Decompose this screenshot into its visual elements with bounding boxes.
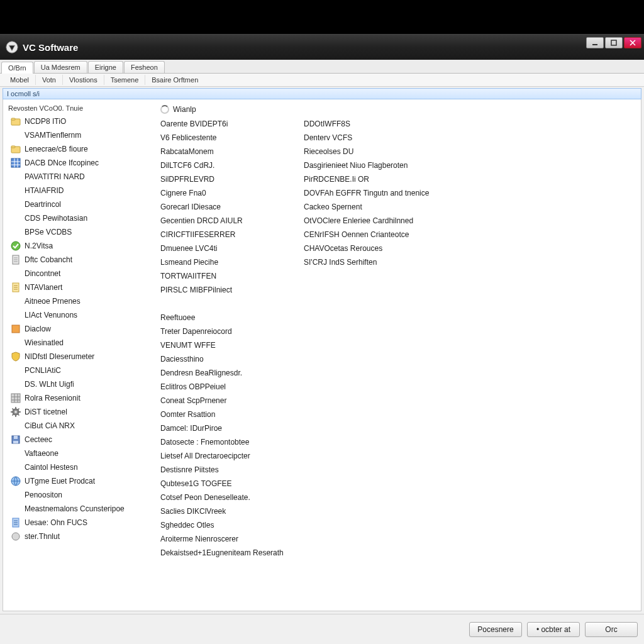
module-3[interactable]: Tsemene: [104, 75, 146, 85]
tree-item[interactable]: CDS Pewihotasian: [8, 211, 147, 225]
mid-item[interactable]: Gorecarl IDiesace: [158, 200, 290, 214]
tree-item-label: PCNLIAtiC: [25, 366, 61, 375]
tree-item[interactable]: Meastnemalons Ccunsteripoe: [8, 502, 147, 516]
tree-item-label: HTAIAFRID: [25, 186, 64, 195]
tree-item[interactable]: UTgme Euet Prodcat: [8, 474, 147, 488]
tab-3[interactable]: Fesheon: [124, 61, 165, 73]
mid-item[interactable]: Saclies DIKClVreek: [158, 504, 290, 518]
mid-item[interactable]: Dekaistsed+1Eugneniteam Reserath: [158, 546, 290, 560]
tree-list: NCDP8 ITiOVSAMTienflernmLenecrae/cB fiou…: [8, 114, 147, 543]
close-button[interactable]: [624, 37, 641, 48]
tab-1[interactable]: Ua Mdesrem: [34, 61, 87, 73]
tree-item[interactable]: Rolra Resenionit: [8, 391, 147, 405]
mid-item[interactable]: Dendresn BeaRlignesdr.: [158, 366, 290, 380]
tree-item[interactable]: Wiesinatled: [8, 336, 147, 350]
tree-item[interactable]: Aitneoe Prnenes: [8, 294, 147, 308]
mid-item[interactable]: Dmuenee LVC4ti: [158, 242, 290, 255]
right-item[interactable]: CHAVOcetas Rerouces: [301, 242, 477, 255]
mid-item[interactable]: CIRICFTIIFESERRER: [158, 228, 290, 242]
mid-item[interactable]: Cotsef Peon Deneselleate.: [158, 491, 290, 504]
mid-item[interactable]: TORTWAIITFEN: [158, 269, 290, 283]
tab-0[interactable]: O/Brn: [1, 62, 33, 74]
module-2[interactable]: Vlostions: [63, 75, 104, 85]
mid-item[interactable]: Daciessthino: [158, 352, 290, 366]
right-item[interactable]: OtVOClere Enleriee Cardhilnned: [301, 214, 477, 228]
module-bar: Mobel Votn Vlostions Tsemene Bsaire Orft…: [0, 74, 644, 87]
tree-item[interactable]: HTAIAFRID: [8, 184, 147, 197]
tree-item[interactable]: VSAMTienflernm: [8, 128, 147, 142]
tree-item[interactable]: LIAct Venunons: [8, 308, 147, 322]
tree-item[interactable]: NCDP8 ITiO: [8, 114, 147, 128]
tree-item[interactable]: NIDfstl Dleserumeter: [8, 350, 147, 364]
mid-item[interactable]: Datosecte : Fnemontobtee: [158, 435, 290, 449]
mid-item[interactable]: Sgheddec Otles: [158, 518, 290, 532]
mid-item[interactable]: V6 Feblicestente: [158, 131, 290, 145]
button-cancel[interactable]: Orc: [585, 622, 638, 637]
tree-item[interactable]: Penoositon: [8, 488, 147, 502]
tree-item[interactable]: NTAVlanert: [8, 280, 147, 294]
mid-item[interactable]: PIRSLC MIBFPilniect: [158, 283, 290, 297]
minimize-button[interactable]: [586, 37, 604, 48]
right-item[interactable]: DDOtIWFF8S: [301, 117, 477, 131]
right-item[interactable]: DOVFAh EGFFR Tingutn and tnenice: [301, 186, 477, 200]
mid-item[interactable]: Aroiterme Nienroscerer: [158, 532, 290, 546]
tree-item[interactable]: PCNLIAtiC: [8, 364, 147, 377]
tree-item[interactable]: Deartrincol: [8, 197, 147, 211]
tree-item[interactable]: DS. WLht Uigfi: [8, 377, 147, 391]
tree-item[interactable]: Lenecrae/cB fioure: [8, 142, 147, 156]
right-item[interactable]: CENrIFSH Oennen Crianteotce: [301, 228, 477, 242]
mid-item[interactable]: Lietsef All Drectaroecipcter: [158, 449, 290, 463]
mid-item[interactable]: Lsmeand Piecihe: [158, 255, 290, 269]
tree-item[interactable]: DiST ticetnel: [8, 405, 147, 419]
module-4[interactable]: Bsaire Orftmen: [145, 75, 204, 85]
mid-item[interactable]: DilLTCF6 CdRJ.: [158, 158, 290, 172]
right-item[interactable]: Cackeo Spernent: [301, 200, 477, 214]
tree-item-label: DS. WLht Uigfi: [25, 380, 74, 389]
mid-list: Oarente BVIDEPT6iV6 FeblicestenteRabcata…: [158, 117, 290, 560]
mid-item[interactable]: VENUMT WFFE: [158, 338, 290, 352]
tree-item[interactable]: DACB DNce Ifcopinec: [8, 156, 147, 170]
mid-item[interactable]: Destisnre Piitstes: [158, 463, 290, 477]
mid-item[interactable]: SilDPFRLEVRD: [158, 172, 290, 186]
mid-item[interactable]: Eclitlros OBPPeiuel: [158, 380, 290, 394]
mid-item[interactable]: Gecentien DRCD AIULR: [158, 214, 290, 228]
tree-item-label: Lenecrae/cB fioure: [25, 145, 88, 153]
right-item[interactable]: Rieceolses DU: [301, 145, 477, 158]
tree-item[interactable]: N.2Vitsa: [8, 239, 147, 253]
maximize-button[interactable]: [605, 37, 623, 48]
right-item[interactable]: PirRDCENBE.Ii OR: [301, 172, 477, 186]
mid-item[interactable]: Damcel: IDurPiroe: [158, 421, 290, 435]
tree-item[interactable]: Diaclow: [8, 322, 147, 336]
mid-item[interactable]: Oarente BVIDEPT6i: [158, 117, 290, 131]
tree-item-label: Diaclow: [25, 325, 51, 333]
mid-item[interactable]: Cignere Fna0: [158, 186, 290, 200]
tree-item[interactable]: ster.Thnlut: [8, 530, 147, 543]
module-0[interactable]: Mobel: [4, 75, 36, 85]
mid-item[interactable]: Oomter Rsattion: [158, 408, 290, 421]
tree-item[interactable]: Dftc Cobancht: [8, 253, 147, 267]
mid-item[interactable]: Reeftuoee: [158, 311, 290, 325]
tree-item[interactable]: Vaftaeone: [8, 447, 147, 460]
mid-item[interactable]: Qubtese1G TOGFEE: [158, 477, 290, 491]
button-proceed[interactable]: Pocesnere: [469, 622, 522, 637]
mid-item[interactable]: Coneat ScpPrnener: [158, 394, 290, 408]
tree-item-label: Deartrincol: [25, 200, 61, 209]
button-secondary[interactable]: • ocbter at: [527, 622, 580, 637]
tree-item-label: Cecteec: [25, 435, 52, 444]
module-1[interactable]: Votn: [36, 75, 63, 85]
tree-item[interactable]: PAVATITRI NARD: [8, 170, 147, 184]
tree-item[interactable]: CiBut CiA NRX: [8, 419, 147, 433]
mid-item[interactable]: RabcataMonem: [158, 145, 290, 158]
right-item[interactable]: Dasgirienieet Niuo Flagberoten: [301, 158, 477, 172]
tree-item-label: NIDfstl Dleserumeter: [25, 352, 94, 361]
tree-item[interactable]: Dincontnet: [8, 267, 147, 280]
tree-doc-blue-icon: [11, 518, 21, 528]
right-item[interactable]: SI'CRJ IndS Serhiften: [301, 255, 477, 269]
tree-item[interactable]: Caintol Hestesn: [8, 460, 147, 474]
mid-item[interactable]: Treter Dapenreiocord: [158, 325, 290, 338]
tree-item[interactable]: Uesae: Ohn FUCS: [8, 516, 147, 530]
tree-item[interactable]: BPSe VCDBS: [8, 225, 147, 239]
tab-2[interactable]: Eirigne: [88, 61, 123, 73]
right-item[interactable]: Denterv VCFS: [301, 131, 477, 145]
tree-item[interactable]: Cecteec: [8, 433, 147, 447]
